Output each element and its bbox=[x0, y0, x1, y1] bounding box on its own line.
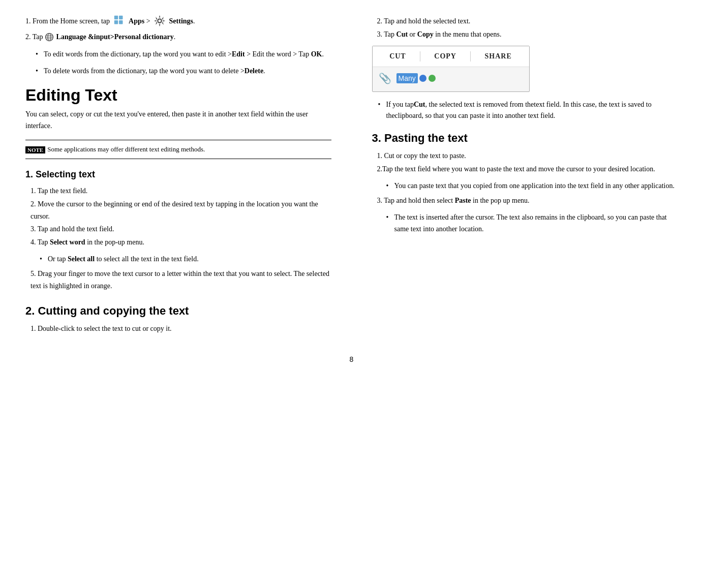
globe-icon bbox=[45, 33, 54, 42]
paste-sub-bullet-1-wrap: You can paste text that you copied from … bbox=[372, 180, 678, 192]
screenshot-box: CUT COPY SHARE 📎 Many bbox=[372, 46, 530, 92]
paste-step-3: 3. Tap and hold then select Paste in the… bbox=[377, 195, 678, 207]
selecting-steps: 1. Tap the text field. 2. Move the curso… bbox=[25, 185, 331, 249]
clip-icon: 📎 bbox=[379, 72, 391, 84]
right-column: 2. Tap and hold the selected text. 3. Ta… bbox=[362, 15, 678, 340]
language-input-label: Language &input>Personal dictionary bbox=[56, 33, 174, 41]
svg-rect-2 bbox=[114, 20, 117, 24]
cutting-heading: 2. Cutting and copying the text bbox=[25, 304, 331, 318]
intro-bullets: To edit words from the dictionary, tap t… bbox=[25, 49, 331, 77]
paste-sub-bullet-2: The text is inserted after the cursor. T… bbox=[386, 212, 678, 235]
page-number: 8 bbox=[25, 355, 678, 363]
intro-line1: 1. From the Home screen, tap Apps > bbox=[25, 15, 331, 28]
select-step-4: 4. Tap Select word in the pop-up menu. bbox=[30, 236, 331, 249]
paste-sub-bullet-2-wrap: The text is inserted after the cursor. T… bbox=[372, 212, 678, 235]
cut-button: CUT bbox=[389, 52, 406, 60]
selected-word: Many bbox=[396, 73, 418, 83]
note-box: NOTESome applications may offer differen… bbox=[25, 140, 331, 159]
settings-label: Settings bbox=[169, 17, 193, 25]
intro-line2: 2. Tap Language &input>Personal dictiona… bbox=[25, 32, 331, 43]
right-intro-steps: 2. Tap and hold the selected text. 3. Ta… bbox=[372, 15, 678, 41]
toolbar-divider-1 bbox=[420, 51, 420, 61]
share-button: SHARE bbox=[485, 52, 512, 60]
note-label: NOTE bbox=[25, 146, 45, 153]
select-step-1: 1. Tap the text field. bbox=[30, 185, 331, 197]
intro-line1-prefix: 1. From the Home screen, tap bbox=[25, 17, 110, 25]
select-step-5-list: 5. Drag your finger to move the text cur… bbox=[25, 268, 331, 292]
copy-button: COPY bbox=[434, 52, 456, 60]
apps-icon bbox=[113, 14, 126, 27]
right-cursor-handle bbox=[429, 75, 436, 82]
editing-text-desc: You can select, copy or cut the text you… bbox=[25, 109, 331, 132]
pasting-steps: 1. Cut or copy the text to paste. 2.Tap … bbox=[372, 150, 678, 175]
gt1: > bbox=[146, 17, 150, 25]
cutting-step-1: 1. Double-click to select the text to cu… bbox=[30, 323, 331, 335]
paste-step-1: 1. Cut or copy the text to paste. bbox=[377, 150, 678, 162]
paste-step-2: 2.Tap the text field where you want to p… bbox=[377, 163, 678, 175]
settings-icon bbox=[153, 14, 166, 27]
editing-text-heading: Editing Text bbox=[25, 86, 331, 105]
select-sub-bullets: Or tap Select all to select all the text… bbox=[25, 254, 331, 265]
pasting-heading: 3. Pasting the text bbox=[372, 132, 678, 145]
bullet-edit: To edit words from the dictionary, tap t… bbox=[36, 49, 331, 60]
svg-rect-1 bbox=[119, 16, 123, 19]
screenshot-toolbar: CUT COPY SHARE bbox=[373, 46, 529, 67]
svg-rect-3 bbox=[119, 20, 123, 24]
select-step-5: 5. Drag your finger to move the text cur… bbox=[30, 268, 331, 292]
cut-note: If you tapCut, the selected text is remo… bbox=[372, 99, 678, 122]
select-sub-bullet-1: Or tap Select all to select all the text… bbox=[40, 254, 331, 265]
left-column: 1. From the Home screen, tap Apps > bbox=[25, 15, 342, 340]
selected-text-demo: Many bbox=[396, 73, 436, 83]
cutting-steps: 1. Double-click to select the text to cu… bbox=[25, 323, 331, 335]
apps-label: Apps bbox=[129, 17, 144, 25]
paste-sub-bullet-1: You can paste text that you copied from … bbox=[386, 180, 678, 192]
screenshot-content: 📎 Many bbox=[373, 67, 529, 91]
right-step-3: 3. Tap Cut or Copy in the menu that open… bbox=[377, 28, 678, 41]
toolbar-divider-2 bbox=[470, 51, 471, 61]
select-step-2: 2. Move the cursor to the beginning or e… bbox=[30, 198, 331, 223]
left-cursor-handle bbox=[419, 75, 426, 82]
right-step-2: 2. Tap and hold the selected text. bbox=[377, 15, 678, 27]
bullet-delete: To delete words from the dictionary, tap… bbox=[36, 66, 331, 77]
pasting-step3-list: 3. Tap and hold then select Paste in the… bbox=[372, 195, 678, 207]
selecting-heading: 1. Selecting text bbox=[25, 169, 331, 180]
select-step-3: 3. Tap and hold the text field. bbox=[30, 223, 331, 235]
note-text: Some applications may offer different te… bbox=[47, 145, 205, 153]
svg-rect-0 bbox=[114, 16, 117, 19]
svg-point-4 bbox=[158, 19, 161, 22]
